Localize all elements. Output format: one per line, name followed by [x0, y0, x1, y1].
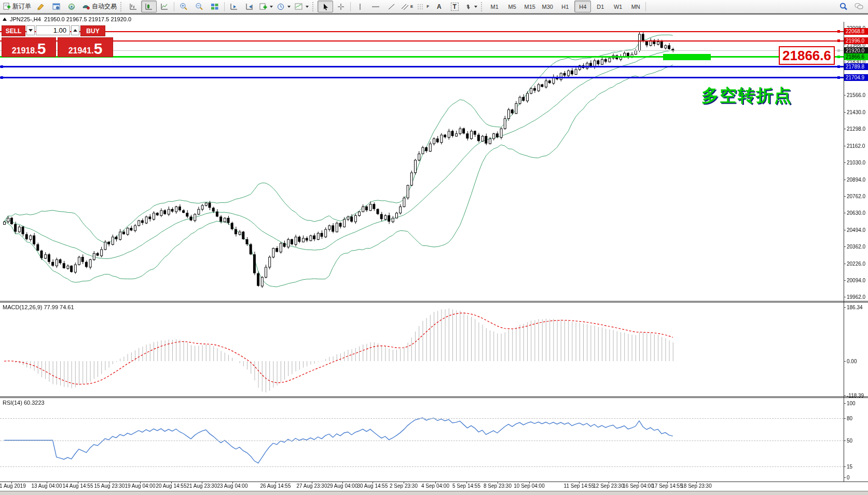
equidistant-channel-tool[interactable]: E — [399, 1, 415, 12]
profiles-button[interactable] — [33, 1, 49, 12]
chart-shift-button[interactable] — [242, 1, 257, 12]
chart-annotation-text[interactable]: 多空转折点 — [701, 84, 792, 107]
timeframe-mn[interactable]: MN — [627, 1, 644, 12]
buy-price[interactable]: 21941.5 — [58, 37, 113, 57]
volume-decrease-button[interactable] — [26, 25, 35, 35]
navigator-button[interactable] — [64, 1, 80, 12]
new-order-button[interactable]: 新订单 — [1, 1, 33, 12]
price-horizontal-line[interactable] — [0, 77, 844, 78]
cursor-tool-button[interactable] — [318, 1, 333, 12]
line-anchor-marker[interactable] — [837, 30, 840, 33]
clock-icon — [277, 3, 285, 10]
price-tick — [844, 196, 846, 197]
buy-button[interactable]: BUY — [80, 25, 105, 36]
volume-increase-button[interactable] — [71, 25, 79, 35]
price-horizontal-line[interactable] — [0, 66, 844, 67]
market-watch-button[interactable] — [49, 1, 64, 12]
new-chart-dropdown[interactable] — [257, 1, 275, 12]
price-tick-label: 20094.0 — [847, 278, 868, 283]
line-anchor-marker[interactable] — [1, 76, 3, 79]
timeframe-h1[interactable]: H1 — [557, 1, 573, 12]
indicators-dropdown[interactable] — [293, 1, 311, 12]
price-tick — [844, 297, 846, 297]
candlestick-chart-button[interactable] — [141, 1, 157, 12]
chevron-down-icon — [306, 6, 309, 8]
price-tag: 21789.8 — [844, 63, 868, 70]
collapse-panel-icon[interactable] — [3, 18, 7, 21]
time-label: 17 Sep 14:55 — [652, 483, 683, 489]
timeframe-h4[interactable]: H4 — [574, 1, 591, 12]
price-tick — [844, 264, 846, 264]
timeframe-m30[interactable]: M30 — [539, 1, 556, 12]
tile-windows-button[interactable] — [207, 1, 223, 12]
crosshair-tool-button[interactable] — [333, 1, 349, 12]
price-tick-label: 20630.0 — [847, 210, 868, 216]
timeframe-d1[interactable]: D1 — [592, 1, 609, 12]
rsi-label: RSI(14) 60.3223 — [3, 400, 45, 406]
zoom-out-icon — [195, 3, 203, 10]
toolbar-grip — [312, 2, 316, 11]
line-anchor-marker[interactable] — [837, 39, 840, 42]
macd-scale-label: 186.34 — [847, 305, 868, 310]
zoom-out-button[interactable] — [191, 1, 207, 12]
auto-trading-button[interactable]: 自动交易 — [80, 1, 119, 12]
pane-separator[interactable] — [0, 301, 868, 301]
horizontal-line-tool[interactable] — [368, 1, 383, 12]
price-horizontal-line[interactable] — [0, 40, 844, 42]
time-label: 11 Sep 14:55 — [564, 483, 595, 489]
main-toolbar: 新订单 自动交易 E F A T M1M5M — [0, 0, 868, 13]
price-horizontal-line[interactable] — [0, 50, 844, 51]
timeframe-w1[interactable]: W1 — [610, 1, 626, 12]
line-anchor-marker[interactable] — [837, 49, 840, 52]
rsi-scale-label: 80 — [847, 416, 868, 421]
buy-price-main: 21941 — [68, 47, 92, 55]
price-tick — [844, 246, 846, 247]
price-tick — [844, 129, 846, 129]
price-callout-box[interactable]: 21866.6 — [779, 46, 835, 65]
price-horizontal-line[interactable] — [0, 31, 844, 32]
timeframe-m15[interactable]: M15 — [521, 1, 538, 12]
price-tick-label: 20894.0 — [847, 177, 868, 183]
vertical-line-tool[interactable] — [352, 1, 368, 12]
zoom-in-button[interactable] — [176, 1, 191, 12]
macd-scale-label: -118.39 — [847, 393, 868, 398]
rsi-scale-tick — [844, 403, 846, 404]
chart-header: JPN225-,H4 21950.0 21967.5 21917.5 21920… — [3, 16, 131, 22]
line-chart-button[interactable] — [157, 1, 172, 12]
bar-chart-button[interactable] — [126, 1, 141, 12]
toolbar-separator — [174, 2, 174, 11]
candlestick-chart-icon — [145, 3, 153, 10]
timeframe-m5[interactable]: M5 — [504, 1, 520, 12]
pane-separator[interactable] — [0, 396, 868, 397]
sell-price[interactable]: 21918.5 — [2, 37, 56, 57]
sell-button[interactable]: SELL — [2, 25, 25, 36]
price-horizontal-line[interactable] — [0, 56, 844, 58]
label-tool[interactable]: T — [447, 1, 462, 12]
fibonacci-icon — [417, 3, 425, 10]
line-anchor-marker[interactable] — [1, 65, 3, 68]
price-tag: 21996.0 — [844, 37, 868, 44]
text-tool[interactable]: A — [431, 1, 447, 12]
line-anchor-marker[interactable] — [837, 76, 840, 79]
volume-input[interactable] — [36, 25, 70, 35]
shapes-dropdown[interactable] — [462, 1, 479, 12]
timeframe-m1[interactable]: M1 — [486, 1, 503, 12]
chevron-down-icon — [287, 6, 291, 8]
line-anchor-marker[interactable] — [837, 56, 840, 58]
search-button[interactable] — [836, 1, 851, 12]
chevron-up-icon — [73, 29, 77, 32]
chat-button[interactable] — [851, 1, 867, 12]
fibonacci-tool[interactable]: F — [415, 1, 431, 12]
chart-canvas[interactable] — [0, 0, 868, 495]
toolbar-grip — [120, 2, 124, 11]
line-anchor-marker[interactable] — [837, 65, 840, 68]
auto-scroll-button[interactable] — [226, 1, 242, 12]
price-tick-label: 20226.0 — [847, 261, 868, 267]
status-bar — [0, 491, 868, 495]
trendline-tool[interactable] — [383, 1, 399, 12]
price-tick — [844, 280, 846, 281]
tile-windows-icon — [211, 3, 219, 10]
highlight-rectangle[interactable] — [663, 54, 711, 60]
periods-dropdown[interactable] — [275, 1, 293, 12]
chart-shift-icon — [245, 3, 254, 10]
